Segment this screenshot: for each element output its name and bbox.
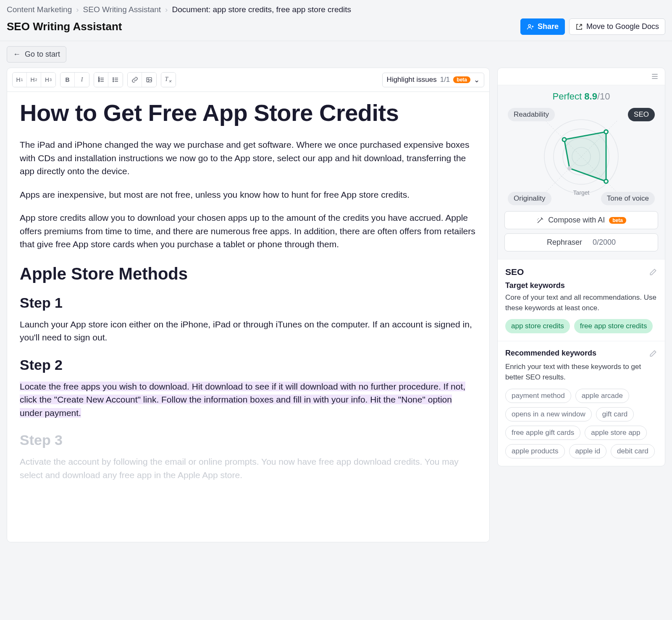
chevron-right-icon: › — [165, 5, 168, 14]
svg-point-6 — [113, 81, 114, 82]
sidebar-panel: Perfect 8.9/10 — [497, 68, 665, 466]
editor-toolbar: H1 H2 H3 B I 123 — [7, 68, 489, 92]
seo-section: SEO Target keywords Core of your text an… — [498, 259, 665, 341]
rephraser-button[interactable]: Rephraser 0/2000 — [504, 233, 658, 251]
doc-paragraph: App store credits allow you to download … — [20, 211, 477, 251]
metric-tone[interactable]: Tone of voice — [601, 192, 655, 205]
target-keyword-pill[interactable]: app store credits — [505, 319, 570, 333]
chevron-down-icon: ⌄ — [474, 76, 480, 84]
svg-point-15 — [562, 138, 566, 141]
doc-h3: Step 2 — [20, 354, 477, 376]
breadcrumb-item[interactable]: SEO Writing Assistant — [83, 5, 161, 14]
document-body[interactable]: How to Get Free App Store Credits The iP… — [7, 92, 489, 542]
score-outof: /10 — [597, 91, 610, 102]
score-value: 8.9 — [584, 91, 597, 102]
chevron-right-icon: › — [76, 5, 79, 14]
h3-button[interactable]: H3 — [41, 73, 55, 87]
metric-originality[interactable]: Originality — [508, 192, 551, 205]
italic-button[interactable]: I — [75, 73, 89, 87]
go-start-label: Go to start — [25, 50, 60, 59]
target-kw-row: app store creditsfree app store credits — [505, 319, 657, 333]
rec-kw-section: Recommended keywords Enrich your text wi… — [498, 341, 665, 466]
go-to-start-button[interactable]: ← Go to start — [7, 46, 66, 63]
rec-kw-row: payment methodapple arcadeopens in a new… — [505, 389, 657, 458]
recommended-keyword-pill[interactable]: gift card — [596, 407, 634, 421]
svg-text:3: 3 — [98, 80, 100, 82]
clear-format-icon: T✕ — [165, 76, 172, 84]
compose-ai-label: Compose with AI — [548, 216, 605, 225]
compose-ai-button[interactable]: Compose with AI beta — [504, 211, 658, 229]
h1-button[interactable]: H1 — [13, 73, 27, 87]
doc-paragraph-faded: Activate the account by following the em… — [20, 455, 477, 481]
menu-icon[interactable] — [651, 72, 659, 81]
rec-head: Recommended keywords — [505, 349, 657, 358]
pencil-icon[interactable] — [649, 268, 657, 276]
beta-badge: beta — [609, 217, 626, 224]
h2-button[interactable]: H2 — [27, 73, 41, 87]
target-kw-desc: Core of your text and all recommendation… — [505, 293, 657, 313]
svg-point-18 — [568, 167, 572, 170]
highlight-issues-dropdown[interactable]: Highlight issues 1/1 beta ⌄ — [382, 73, 484, 87]
list-group: 123 — [94, 72, 123, 87]
move-to-docs-button[interactable]: Move to Google Docs — [569, 18, 665, 35]
ordered-list-button[interactable]: 123 — [94, 73, 108, 87]
rephraser-count: 0/2000 — [593, 238, 616, 247]
seo-head: SEO — [505, 267, 657, 277]
unordered-list-icon — [112, 76, 119, 83]
target-label: Target — [573, 189, 590, 196]
target-keyword-pill[interactable]: free app store credits — [574, 319, 653, 333]
insert-group — [127, 72, 157, 87]
recommended-keyword-pill[interactable]: apple id — [569, 444, 607, 458]
seo-heading: SEO — [505, 267, 524, 277]
doc-h1: How to Get Free App Store Credits — [20, 99, 477, 126]
metric-seo[interactable]: SEO — [628, 108, 655, 121]
share-label: Share — [538, 22, 559, 31]
recommended-keyword-pill[interactable]: apple arcade — [575, 389, 629, 403]
recommended-keyword-pill[interactable]: apple store app — [585, 426, 646, 440]
doc-h2: Apple Store Methods — [20, 261, 477, 286]
share-button[interactable]: Share — [520, 18, 565, 35]
subbar: ← Go to start — [0, 41, 672, 68]
sidebar-top — [498, 68, 665, 85]
doc-paragraph: Launch your App store icon either on the… — [20, 318, 477, 344]
clear-group: T✕ — [161, 72, 176, 87]
export-icon — [575, 23, 583, 31]
pencil-icon[interactable] — [649, 349, 657, 358]
score-section: Perfect 8.9/10 — [498, 85, 665, 259]
recommended-keyword-pill[interactable]: free apple gift cards — [505, 426, 580, 440]
image-button[interactable] — [142, 73, 156, 87]
person-add-icon — [527, 23, 534, 31]
svg-point-17 — [604, 180, 608, 183]
highlight-issues-label: Highlight issues — [387, 76, 437, 84]
breadcrumb: Content Marketing › SEO Writing Assistan… — [7, 5, 665, 14]
svg-point-16 — [604, 130, 608, 134]
bold-button[interactable]: B — [60, 73, 75, 87]
clear-format-button[interactable]: T✕ — [161, 73, 176, 87]
ordered-list-icon: 123 — [98, 76, 105, 83]
radar-polygon — [564, 132, 606, 181]
breadcrumb-current: Document: app store credits, free app st… — [172, 5, 351, 14]
metric-readability[interactable]: Readability — [508, 108, 555, 121]
score-word: Perfect — [552, 91, 582, 102]
recommended-keyword-pill[interactable]: debit card — [611, 444, 655, 458]
rephraser-label: Rephraser — [547, 238, 582, 247]
rec-kw-title: Recommended keywords — [505, 349, 596, 358]
recommended-keyword-pill[interactable]: payment method — [505, 389, 571, 403]
workspace: H1 H2 H3 B I 123 — [0, 68, 672, 549]
page-title: SEO Writing Assistant — [7, 20, 122, 33]
doc-paragraph-highlighted: Locate the free apps you wish to downloa… — [20, 380, 477, 420]
recommended-keyword-pill[interactable]: opens in a new window — [505, 407, 592, 421]
doc-paragraph: Apps are inexpensive, but most are not f… — [20, 188, 477, 201]
link-button[interactable] — [128, 73, 142, 87]
editor-panel: H1 H2 H3 B I 123 — [7, 68, 490, 542]
svg-point-8 — [148, 78, 149, 80]
score-line: Perfect 8.9/10 — [504, 91, 658, 102]
recommended-keyword-pill[interactable]: apple products — [505, 444, 565, 458]
svg-point-5 — [113, 79, 114, 80]
unordered-list-button[interactable] — [108, 73, 123, 87]
breadcrumb-item[interactable]: Content Marketing — [7, 5, 72, 14]
title-actions: Share Move to Google Docs — [520, 18, 665, 35]
heading-group: H1 H2 H3 — [12, 72, 56, 87]
wand-icon — [536, 217, 544, 224]
doc-h3-faded: Step 3 — [20, 429, 477, 451]
